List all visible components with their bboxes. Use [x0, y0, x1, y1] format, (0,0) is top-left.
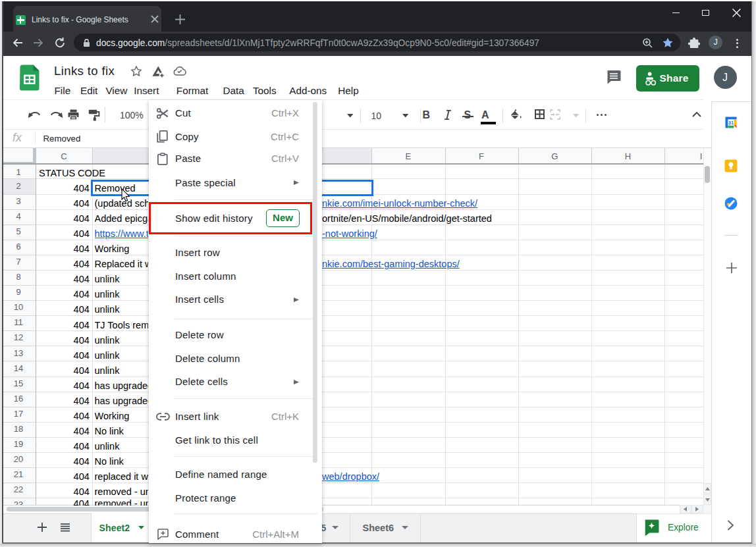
svg-text:31: 31	[728, 120, 734, 126]
